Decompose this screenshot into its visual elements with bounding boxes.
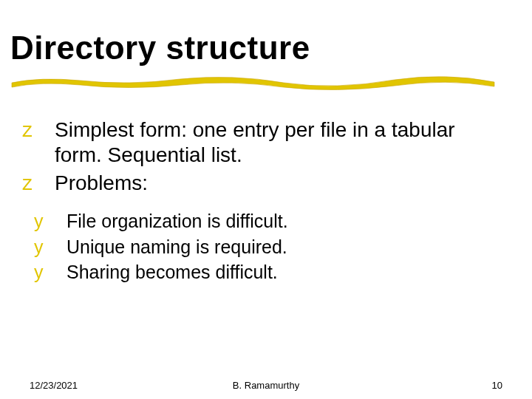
z-bullet-icon: z (38, 117, 55, 143)
footer-author: B. Ramamurthy (233, 380, 299, 391)
y-bullet-icon: y (50, 260, 66, 284)
bullet-level1: zSimplest form: one entry per file in a … (25, 117, 491, 168)
slide: Directory structure zSimplest form: one … (0, 0, 532, 399)
title-underline (10, 69, 498, 92)
slide-title: Directory structure (10, 31, 502, 65)
footer-date: 12/23/2021 (30, 380, 78, 391)
brush-underline-icon (10, 69, 498, 92)
z-bullet-icon: z (38, 171, 55, 196)
bullet-level2: yUnique naming is required. (47, 235, 491, 259)
title-block: Directory structure (10, 31, 502, 92)
bullet-text: Simplest form: one entry per file in a t… (55, 118, 455, 166)
footer-page: 10 (492, 380, 502, 391)
body-text: zSimplest form: one entry per file in a … (25, 115, 491, 286)
bullet-text: Unique naming is required. (66, 236, 287, 257)
bullet-text: Problems: (55, 171, 148, 194)
bullet-text: Sharing becomes difficult. (66, 262, 278, 282)
bullet-level2: yFile organization is difficult. (47, 209, 491, 233)
bullet-level2: ySharing becomes difficult. (47, 260, 491, 284)
y-bullet-icon: y (50, 235, 66, 259)
bullet-level1: zProblems: (25, 171, 491, 196)
sub-bullets: yFile organization is difficult. yUnique… (25, 209, 491, 284)
y-bullet-icon: y (50, 209, 66, 233)
bullet-text: File organization is difficult. (66, 211, 288, 231)
